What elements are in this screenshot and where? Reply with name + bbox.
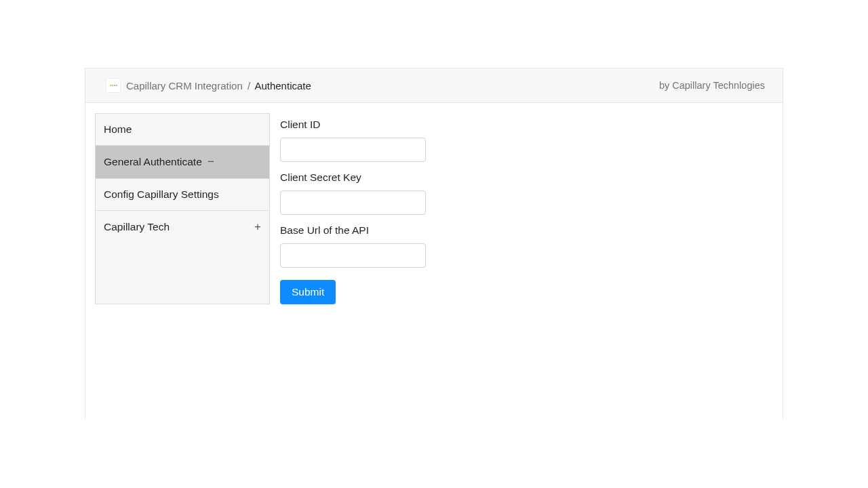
sidebar-item-label: Config Capillary Settings [104, 188, 219, 201]
base-url-label: Base Url of the API [280, 224, 783, 237]
sidebar: Home General Authenticate − Config Capil… [95, 113, 270, 304]
header-bar: Capillary CRM Integration / Authenticate… [85, 68, 783, 103]
app-frame: Capillary CRM Integration / Authenticate… [85, 68, 783, 419]
sidebar-item-home[interactable]: Home [96, 114, 269, 146]
form-group-client-id: Client ID [280, 119, 783, 162]
sidebar-item-general-authenticate[interactable]: General Authenticate − [96, 146, 269, 179]
base-url-input[interactable] [280, 243, 426, 268]
client-secret-label: Client Secret Key [280, 171, 783, 184]
sidebar-item-label: Capillary Tech [104, 221, 170, 233]
logo-icon [106, 78, 121, 93]
form-area: Client ID Client Secret Key Base Url of … [280, 113, 783, 304]
sidebar-item-label: Home [104, 123, 132, 136]
sidebar-item-config-capillary-settings[interactable]: Config Capillary Settings [96, 179, 269, 211]
submit-button[interactable]: Submit [280, 280, 336, 304]
expand-icon: + [254, 220, 261, 234]
breadcrumb-root[interactable]: Capillary CRM Integration [126, 80, 243, 92]
client-secret-input[interactable] [280, 190, 426, 215]
breadcrumb: Capillary CRM Integration / Authenticate [126, 80, 311, 92]
collapse-icon: − [208, 155, 214, 168]
vendor-label: by Capillary Technlogies [659, 80, 765, 91]
breadcrumb-current: Authenticate [254, 80, 311, 92]
client-id-label: Client ID [280, 119, 783, 131]
form-group-client-secret: Client Secret Key [280, 171, 783, 215]
form-group-base-url: Base Url of the API [280, 224, 783, 268]
sidebar-item-capillary-tech[interactable]: Capillary Tech + [96, 211, 269, 243]
sidebar-item-label: General Authenticate [104, 156, 202, 167]
breadcrumb-separator: / [248, 80, 250, 92]
body: Home General Authenticate − Config Capil… [85, 103, 783, 304]
client-id-input[interactable] [280, 138, 426, 162]
header-left: Capillary CRM Integration / Authenticate [106, 78, 311, 93]
